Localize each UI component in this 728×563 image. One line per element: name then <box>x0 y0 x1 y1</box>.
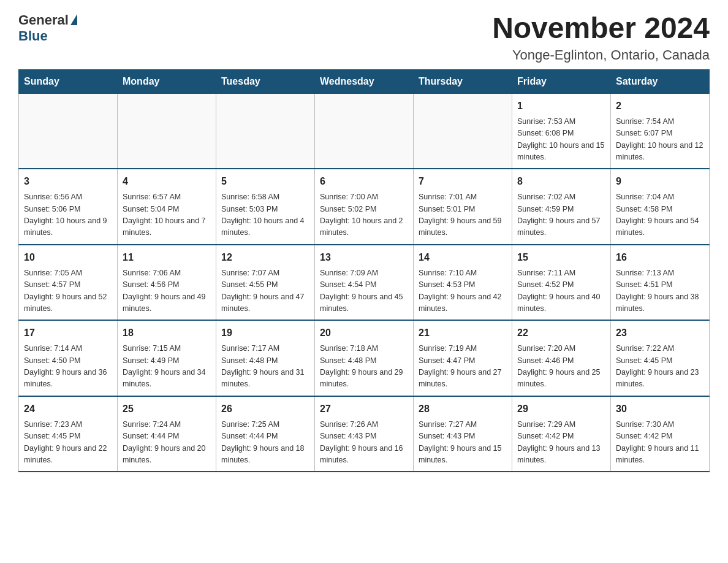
calendar-cell: 23Sunrise: 7:22 AMSunset: 4:45 PMDayligh… <box>611 320 710 396</box>
calendar-cell: 10Sunrise: 7:05 AMSunset: 4:57 PMDayligh… <box>19 245 118 321</box>
calendar-cell: 17Sunrise: 7:14 AMSunset: 4:50 PMDayligh… <box>19 320 118 396</box>
calendar-cell: 25Sunrise: 7:24 AMSunset: 4:44 PMDayligh… <box>118 396 216 472</box>
calendar-table: SundayMondayTuesdayWednesdayThursdayFrid… <box>18 69 710 473</box>
calendar-cell: 6Sunrise: 7:00 AMSunset: 5:02 PMDaylight… <box>315 169 414 245</box>
calendar-week-row: 1Sunrise: 7:53 AMSunset: 6:08 PMDaylight… <box>19 93 710 169</box>
calendar-cell <box>216 93 315 169</box>
day-info: Sunrise: 7:23 AMSunset: 4:45 PMDaylight:… <box>24 419 112 467</box>
calendar-cell <box>414 93 512 169</box>
calendar-cell: 8Sunrise: 7:02 AMSunset: 4:59 PMDaylight… <box>512 169 611 245</box>
day-number: 8 <box>517 174 605 189</box>
day-number: 21 <box>419 326 507 340</box>
calendar-cell: 26Sunrise: 7:25 AMSunset: 4:44 PMDayligh… <box>216 396 315 472</box>
day-info: Sunrise: 7:17 AMSunset: 4:48 PMDaylight:… <box>221 343 309 391</box>
calendar-cell: 19Sunrise: 7:17 AMSunset: 4:48 PMDayligh… <box>216 320 315 396</box>
calendar-cell: 14Sunrise: 7:10 AMSunset: 4:53 PMDayligh… <box>414 245 512 321</box>
day-info: Sunrise: 7:10 AMSunset: 4:53 PMDaylight:… <box>419 267 507 315</box>
day-number: 18 <box>123 326 211 340</box>
day-number: 12 <box>221 250 309 265</box>
day-info: Sunrise: 7:25 AMSunset: 4:44 PMDaylight:… <box>221 419 309 467</box>
calendar-cell: 27Sunrise: 7:26 AMSunset: 4:43 PMDayligh… <box>315 396 414 472</box>
logo-triangle-icon <box>70 14 77 25</box>
day-number: 25 <box>123 402 211 416</box>
day-number: 9 <box>616 174 704 189</box>
calendar-cell: 7Sunrise: 7:01 AMSunset: 5:01 PMDaylight… <box>414 169 512 245</box>
calendar-subtitle: Yonge-Eglinton, Ontario, Canada <box>492 47 710 63</box>
day-info: Sunrise: 7:53 AMSunset: 6:08 PMDaylight:… <box>517 116 605 164</box>
day-number: 29 <box>517 402 605 416</box>
title-block: November 2024 Yonge-Eglinton, Ontario, C… <box>492 12 710 63</box>
calendar-header-thursday: Thursday <box>414 69 512 93</box>
calendar-title: November 2024 <box>492 12 710 45</box>
day-info: Sunrise: 7:13 AMSunset: 4:51 PMDaylight:… <box>616 267 704 315</box>
day-info: Sunrise: 6:58 AMSunset: 5:03 PMDaylight:… <box>221 191 309 239</box>
calendar-cell: 11Sunrise: 7:06 AMSunset: 4:56 PMDayligh… <box>118 245 216 321</box>
day-info: Sunrise: 7:02 AMSunset: 4:59 PMDaylight:… <box>517 191 605 239</box>
calendar-cell <box>19 93 118 169</box>
day-info: Sunrise: 7:09 AMSunset: 4:54 PMDaylight:… <box>320 267 408 315</box>
day-number: 30 <box>616 402 704 416</box>
day-number: 17 <box>24 326 112 340</box>
page-header: General Blue November 2024 Yonge-Eglinto… <box>18 12 710 63</box>
calendar-cell: 9Sunrise: 7:04 AMSunset: 4:58 PMDaylight… <box>611 169 710 245</box>
calendar-header-saturday: Saturday <box>611 69 710 93</box>
calendar-header-sunday: Sunday <box>19 69 118 93</box>
day-info: Sunrise: 7:05 AMSunset: 4:57 PMDaylight:… <box>24 267 112 315</box>
day-info: Sunrise: 7:15 AMSunset: 4:49 PMDaylight:… <box>123 343 211 391</box>
day-number: 13 <box>320 250 408 265</box>
calendar-cell: 20Sunrise: 7:18 AMSunset: 4:48 PMDayligh… <box>315 320 414 396</box>
calendar-header-tuesday: Tuesday <box>216 69 315 93</box>
day-number: 4 <box>123 174 211 189</box>
calendar-cell <box>118 93 216 169</box>
calendar-week-row: 10Sunrise: 7:05 AMSunset: 4:57 PMDayligh… <box>19 245 710 321</box>
day-info: Sunrise: 6:57 AMSunset: 5:04 PMDaylight:… <box>123 191 211 239</box>
day-number: 11 <box>123 250 211 265</box>
calendar-week-row: 3Sunrise: 6:56 AMSunset: 5:06 PMDaylight… <box>19 169 710 245</box>
day-number: 28 <box>419 402 507 416</box>
day-number: 23 <box>616 326 704 340</box>
day-info: Sunrise: 7:19 AMSunset: 4:47 PMDaylight:… <box>419 343 507 391</box>
calendar-cell: 22Sunrise: 7:20 AMSunset: 4:46 PMDayligh… <box>512 320 611 396</box>
day-number: 1 <box>517 99 605 113</box>
day-number: 24 <box>24 402 112 416</box>
logo: General Blue <box>18 12 77 44</box>
logo-general-text: General <box>18 12 69 28</box>
calendar-header-wednesday: Wednesday <box>315 69 414 93</box>
calendar-week-row: 17Sunrise: 7:14 AMSunset: 4:50 PMDayligh… <box>19 320 710 396</box>
calendar-cell: 18Sunrise: 7:15 AMSunset: 4:49 PMDayligh… <box>118 320 216 396</box>
calendar-cell: 21Sunrise: 7:19 AMSunset: 4:47 PMDayligh… <box>414 320 512 396</box>
calendar-cell: 29Sunrise: 7:29 AMSunset: 4:42 PMDayligh… <box>512 396 611 472</box>
calendar-header-monday: Monday <box>118 69 216 93</box>
calendar-header-friday: Friday <box>512 69 611 93</box>
day-number: 3 <box>24 174 112 189</box>
day-info: Sunrise: 7:22 AMSunset: 4:45 PMDaylight:… <box>616 343 704 391</box>
day-number: 14 <box>419 250 507 265</box>
calendar-header-row: SundayMondayTuesdayWednesdayThursdayFrid… <box>19 69 710 93</box>
day-info: Sunrise: 7:14 AMSunset: 4:50 PMDaylight:… <box>24 343 112 391</box>
day-info: Sunrise: 7:54 AMSunset: 6:07 PMDaylight:… <box>616 116 704 164</box>
day-number: 2 <box>616 99 704 113</box>
calendar-cell: 4Sunrise: 6:57 AMSunset: 5:04 PMDaylight… <box>118 169 216 245</box>
calendar-cell: 2Sunrise: 7:54 AMSunset: 6:07 PMDaylight… <box>611 93 710 169</box>
day-number: 19 <box>221 326 309 340</box>
day-info: Sunrise: 7:06 AMSunset: 4:56 PMDaylight:… <box>123 267 211 315</box>
calendar-cell: 15Sunrise: 7:11 AMSunset: 4:52 PMDayligh… <box>512 245 611 321</box>
calendar-cell: 16Sunrise: 7:13 AMSunset: 4:51 PMDayligh… <box>611 245 710 321</box>
day-number: 7 <box>419 174 507 189</box>
day-number: 22 <box>517 326 605 340</box>
day-info: Sunrise: 7:26 AMSunset: 4:43 PMDaylight:… <box>320 419 408 467</box>
day-number: 20 <box>320 326 408 340</box>
day-number: 27 <box>320 402 408 416</box>
day-info: Sunrise: 7:07 AMSunset: 4:55 PMDaylight:… <box>221 267 309 315</box>
day-info: Sunrise: 7:29 AMSunset: 4:42 PMDaylight:… <box>517 419 605 467</box>
day-number: 26 <box>221 402 309 416</box>
calendar-cell: 28Sunrise: 7:27 AMSunset: 4:43 PMDayligh… <box>414 396 512 472</box>
calendar-cell: 30Sunrise: 7:30 AMSunset: 4:42 PMDayligh… <box>611 396 710 472</box>
day-info: Sunrise: 7:27 AMSunset: 4:43 PMDaylight:… <box>419 419 507 467</box>
day-info: Sunrise: 7:30 AMSunset: 4:42 PMDaylight:… <box>616 419 704 467</box>
calendar-cell: 24Sunrise: 7:23 AMSunset: 4:45 PMDayligh… <box>19 396 118 472</box>
calendar-cell: 13Sunrise: 7:09 AMSunset: 4:54 PMDayligh… <box>315 245 414 321</box>
calendar-cell: 12Sunrise: 7:07 AMSunset: 4:55 PMDayligh… <box>216 245 315 321</box>
calendar-week-row: 24Sunrise: 7:23 AMSunset: 4:45 PMDayligh… <box>19 396 710 472</box>
day-info: Sunrise: 7:11 AMSunset: 4:52 PMDaylight:… <box>517 267 605 315</box>
